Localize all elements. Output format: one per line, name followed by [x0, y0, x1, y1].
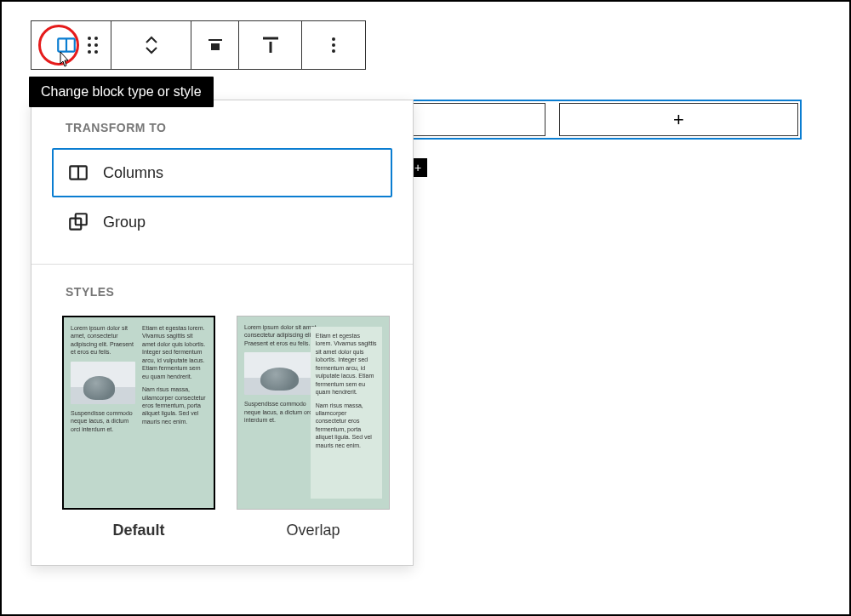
drag-handle-icon — [88, 37, 98, 54]
transform-to-label: TRANSFORM TO — [31, 100, 413, 148]
preview-image — [71, 362, 135, 404]
move-up-down-icon — [145, 36, 158, 54]
change-block-type-button[interactable] — [31, 21, 111, 69]
transform-item-label: Group — [103, 214, 146, 231]
style-label: Overlap — [286, 522, 340, 539]
transform-popover: TRANSFORM TO Columns Group STYLES — [31, 100, 414, 566]
style-default-preview: Lorem ipsum dolor sit amet, consectetur … — [62, 316, 215, 510]
transform-group[interactable]: Group — [52, 197, 392, 247]
align-icon — [205, 35, 226, 55]
plus-icon: + — [414, 161, 421, 174]
group-icon — [67, 211, 89, 233]
transform-list: Columns Group — [31, 148, 413, 264]
vertical-align-button[interactable] — [239, 21, 302, 69]
block-toolbar — [31, 20, 366, 70]
align-button[interactable] — [191, 21, 239, 69]
column-3[interactable]: + — [559, 103, 798, 136]
style-label: Default — [112, 522, 164, 539]
editor-frame: Change block type or style + + + + TRANS… — [0, 0, 851, 616]
columns-icon — [55, 34, 77, 56]
svg-point-7 — [332, 43, 335, 47]
options-button[interactable] — [302, 21, 365, 69]
styles-grid: Lorem ipsum dolor sit amet, consectetur … — [31, 312, 413, 565]
transform-item-label: Columns — [103, 164, 163, 182]
move-buttons[interactable] — [111, 21, 191, 69]
transform-columns[interactable]: Columns — [52, 148, 392, 197]
columns-icon — [67, 162, 89, 184]
plus-icon: + — [673, 109, 684, 131]
svg-point-8 — [332, 49, 335, 53]
svg-rect-3 — [211, 43, 220, 50]
svg-point-6 — [332, 37, 335, 41]
style-overlap[interactable]: Lorem ipsum dolor sit amet, consectetur … — [237, 316, 390, 539]
style-default[interactable]: Lorem ipsum dolor sit amet, consectetur … — [62, 316, 215, 539]
styles-label: STYLES — [31, 265, 413, 312]
tooltip: Change block type or style — [29, 77, 214, 107]
style-overlap-preview: Lorem ipsum dolor sit amet, consectetur … — [237, 316, 390, 510]
more-vertical-icon — [323, 35, 344, 55]
vertical-align-top-icon — [260, 35, 281, 55]
